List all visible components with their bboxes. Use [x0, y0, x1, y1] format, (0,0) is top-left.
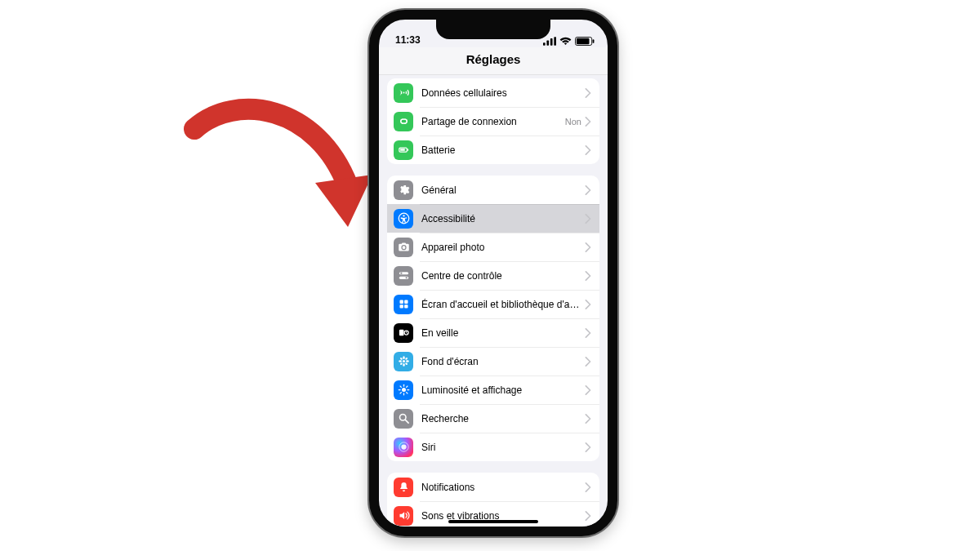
settings-row-notifications[interactable]: Notifications: [387, 473, 599, 501]
settings-row-label: Accessibilité: [421, 213, 585, 224]
camera-icon: [394, 238, 413, 257]
bell-icon: [394, 478, 413, 497]
settings-row-label: Fond d'écran: [421, 356, 585, 367]
svg-rect-3: [550, 38, 553, 46]
settings-row-label: Données cellulaires: [421, 87, 585, 99]
settings-row-search[interactable]: Recherche: [387, 404, 599, 433]
settings-group: Données cellulairesPartage de connexionN…: [387, 78, 599, 164]
chevron-right-icon: [585, 271, 591, 281]
settings-row-battery[interactable]: Batterie: [387, 136, 599, 164]
settings-row-label: Batterie: [421, 144, 585, 156]
settings-row-siri[interactable]: Siri: [387, 433, 599, 461]
settings-row-accessibility[interactable]: Accessibilité: [387, 204, 599, 233]
chevron-right-icon: [585, 185, 591, 195]
settings-row-control-center[interactable]: Centre de contrôle: [387, 261, 599, 290]
chevron-right-icon: [585, 242, 591, 252]
phone-frame: 11:33 Réglages Données cellulairesPartag…: [369, 10, 617, 536]
settings-row-home-screen[interactable]: Écran d'accueil et bibliothèque d'apps: [387, 290, 599, 318]
standby-icon: [394, 323, 413, 343]
settings-row-camera[interactable]: Appareil photo: [387, 233, 599, 261]
chevron-right-icon: [585, 300, 591, 309]
chevron-right-icon: [585, 414, 591, 424]
home-indicator: [448, 520, 538, 523]
navbar-title: Réglages: [379, 47, 608, 75]
settings-row-standby[interactable]: En veille: [387, 318, 599, 347]
settings-row-label: Général: [421, 184, 585, 196]
svg-rect-1: [543, 42, 546, 46]
grid-icon: [394, 295, 413, 314]
settings-row-label: En veille: [421, 327, 585, 339]
settings-row-general[interactable]: Général: [387, 176, 599, 204]
settings-list[interactable]: Données cellulairesPartage de connexionN…: [379, 75, 608, 527]
settings-group: GénéralAccessibilitéAppareil photoCentre…: [387, 176, 599, 461]
svg-rect-2: [546, 41, 549, 46]
antenna-icon: [394, 83, 413, 103]
svg-rect-4: [554, 37, 556, 46]
chevron-right-icon: [585, 442, 591, 452]
phone-notch: [436, 20, 550, 39]
chevron-right-icon: [585, 511, 591, 521]
svg-rect-7: [593, 39, 595, 43]
settings-row-label: Partage de connexion: [421, 116, 565, 127]
svg-marker-0: [315, 175, 372, 227]
settings-row-label: Centre de contrôle: [421, 270, 585, 282]
settings-row-label: Appareil photo: [421, 242, 585, 253]
settings-row-label: Écran d'accueil et bibliothèque d'apps: [421, 299, 585, 310]
speaker-icon: [394, 506, 413, 526]
accessibility-icon: [394, 209, 413, 229]
chevron-right-icon: [585, 385, 591, 395]
settings-row-label: Siri: [421, 442, 585, 453]
chevron-right-icon: [585, 117, 591, 127]
settings-row-label: Luminosité et affichage: [421, 384, 585, 396]
svg-rect-6: [577, 38, 590, 44]
chevron-right-icon: [585, 88, 591, 98]
status-time: 11:33: [395, 34, 421, 46]
settings-row-cellular[interactable]: Données cellulaires: [387, 78, 599, 107]
chevron-right-icon: [585, 214, 591, 224]
battery-icon-status: [575, 37, 595, 46]
siri-icon: [394, 438, 413, 457]
cellular-icon: [543, 37, 556, 46]
settings-row-display[interactable]: Luminosité et affichage: [387, 375, 599, 404]
sun-icon: [394, 380, 413, 400]
settings-group: NotificationsSons et vibrationsConcentra…: [387, 473, 599, 527]
settings-row-hotspot[interactable]: Partage de connexionNon: [387, 107, 599, 136]
chevron-right-icon: [585, 357, 591, 367]
status-right: [543, 37, 595, 46]
chevron-right-icon: [585, 328, 591, 338]
settings-row-label: Notifications: [421, 482, 585, 493]
magnify-icon: [394, 409, 413, 429]
chevron-right-icon: [585, 482, 591, 492]
settings-row-label: Recherche: [421, 413, 585, 424]
battery-icon: [394, 140, 413, 160]
gear-icon: [394, 180, 413, 200]
toggles-icon: [394, 266, 413, 286]
settings-row-detail: Non: [565, 117, 581, 127]
settings-row-wallpaper[interactable]: Fond d'écran: [387, 347, 599, 375]
annotation-arrow: [178, 96, 374, 243]
wifi-icon: [559, 37, 572, 46]
link-icon: [394, 112, 413, 131]
flower-icon: [394, 352, 413, 371]
chevron-right-icon: [585, 145, 591, 155]
